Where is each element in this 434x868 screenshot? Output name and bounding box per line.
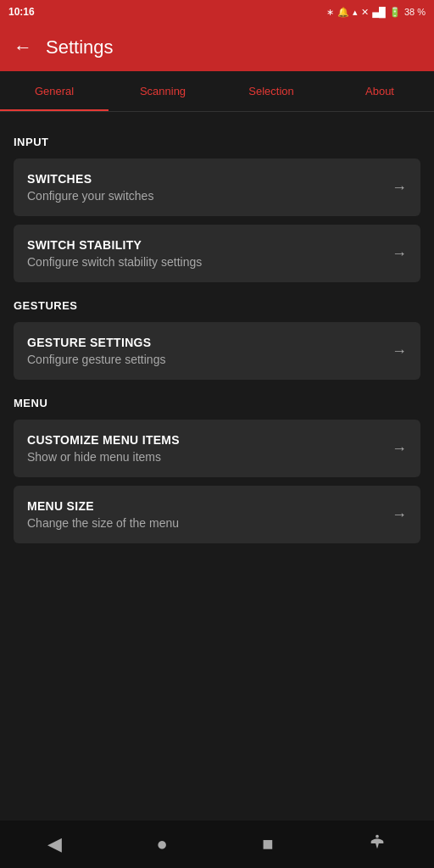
setting-desc-switch-stability: Configure switch stability settings xyxy=(27,255,381,269)
setting-card-switch-stability[interactable]: SWITCH STABILITY Configure switch stabil… xyxy=(14,225,420,282)
setting-card-menu-size[interactable]: MENU SIZE Change the size of the menu → xyxy=(14,486,420,543)
setting-desc-switches: Configure your switches xyxy=(27,189,381,203)
status-icons: ∗ 🔔 ▴ ✕ ▄█ 🔋 38 % xyxy=(326,7,426,18)
setting-title-menu-size: MENU SIZE xyxy=(27,499,381,513)
battery-icon: 🔋 xyxy=(389,7,401,18)
arrow-icon-gesture-settings: → xyxy=(392,342,407,360)
setting-desc-menu-size: Change the size of the menu xyxy=(27,516,381,530)
setting-text-switches: SWITCHES Configure your switches xyxy=(27,172,381,203)
battery-percent: 38 % xyxy=(404,7,426,17)
arrow-icon-switch-stability: → xyxy=(392,245,407,263)
signal-icon: ✕ xyxy=(361,7,369,18)
page-title: Settings xyxy=(46,36,114,58)
setting-card-customize-menu[interactable]: CUSTOMIZE MENU ITEMS Show or hide menu i… xyxy=(14,420,420,477)
tabs-container: General Scanning Selection About xyxy=(0,71,434,112)
wifi-icon: ▴ xyxy=(353,7,358,18)
setting-title-switches: SWITCHES xyxy=(27,172,381,186)
tab-scanning[interactable]: Scanning xyxy=(108,71,217,111)
section-header-menu: MENU xyxy=(14,397,420,409)
section-header-input: INPUT xyxy=(14,136,420,148)
status-bar: 10:16 ∗ 🔔 ▴ ✕ ▄█ 🔋 38 % xyxy=(0,0,434,24)
setting-text-switch-stability: SWITCH STABILITY Configure switch stabil… xyxy=(27,238,381,269)
tab-general[interactable]: General xyxy=(0,71,108,111)
setting-text-menu-size: MENU SIZE Change the size of the menu xyxy=(27,499,381,530)
app-header: ← Settings xyxy=(0,24,434,71)
arrow-icon-customize-menu: → xyxy=(392,440,407,458)
section-gestures: GESTURES GESTURE SETTINGS Configure gest… xyxy=(14,299,420,380)
svg-point-0 xyxy=(376,834,379,837)
back-button[interactable]: ← xyxy=(14,36,32,58)
setting-card-gesture-settings[interactable]: GESTURE SETTINGS Configure gesture setti… xyxy=(14,322,420,380)
setting-title-customize-menu: CUSTOMIZE MENU ITEMS xyxy=(27,433,381,447)
section-header-gestures: GESTURES xyxy=(14,299,420,312)
tab-selection[interactable]: Selection xyxy=(217,71,326,111)
setting-text-gesture-settings: GESTURE SETTINGS Configure gesture setti… xyxy=(27,336,381,366)
signal-bars: ▄█ xyxy=(372,7,386,17)
nav-home-button[interactable]: ● xyxy=(156,833,167,855)
arrow-icon-menu-size: → xyxy=(392,506,407,524)
setting-title-switch-stability: SWITCH STABILITY xyxy=(27,238,381,252)
bluetooth-icon: ∗ xyxy=(326,7,334,18)
tab-about[interactable]: About xyxy=(326,71,434,111)
bottom-navigation: ◀ ● ■ xyxy=(0,821,434,868)
setting-title-gesture-settings: GESTURE SETTINGS xyxy=(27,336,381,349)
vibrate-icon: 🔔 xyxy=(337,7,349,18)
setting-desc-customize-menu: Show or hide menu items xyxy=(27,450,381,464)
setting-desc-gesture-settings: Configure gesture settings xyxy=(27,353,381,366)
content-area: INPUT SWITCHES Configure your switches →… xyxy=(0,112,434,821)
setting-card-switches[interactable]: SWITCHES Configure your switches → xyxy=(14,159,420,216)
arrow-icon-switches: → xyxy=(392,179,407,197)
nav-recent-button[interactable]: ■ xyxy=(262,833,273,855)
status-time: 10:16 xyxy=(8,6,35,18)
section-input: INPUT SWITCHES Configure your switches →… xyxy=(14,136,420,282)
nav-accessibility-button[interactable] xyxy=(368,833,387,856)
nav-back-button[interactable]: ◀ xyxy=(47,833,62,855)
section-menu: MENU CUSTOMIZE MENU ITEMS Show or hide m… xyxy=(14,397,420,543)
setting-text-customize-menu: CUSTOMIZE MENU ITEMS Show or hide menu i… xyxy=(27,433,381,464)
